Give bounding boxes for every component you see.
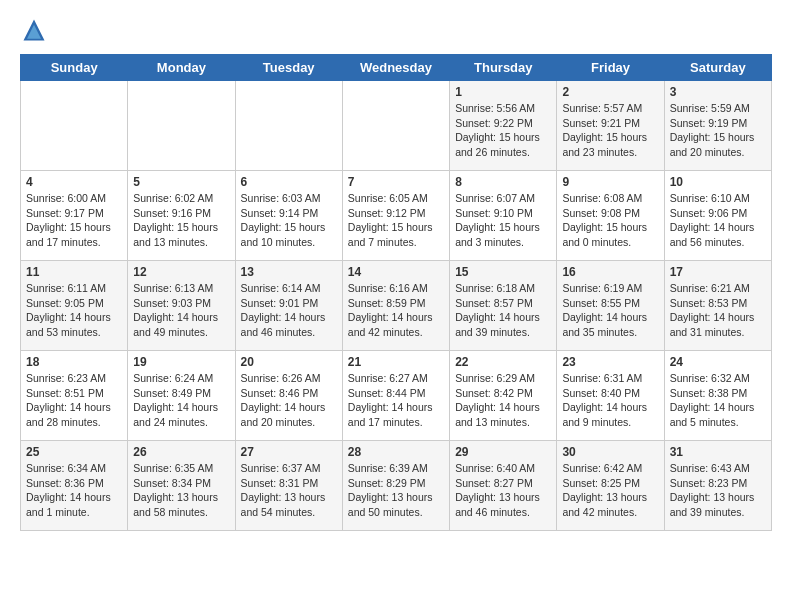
day-info: Sunset: 8:25 PM [562, 476, 658, 491]
calendar-cell: 15Sunrise: 6:18 AMSunset: 8:57 PMDayligh… [450, 261, 557, 351]
day-number: 27 [241, 445, 337, 459]
day-info: Daylight: 13 hours [562, 490, 658, 505]
day-number: 9 [562, 175, 658, 189]
day-info: Sunrise: 6:34 AM [26, 461, 122, 476]
day-info: Sunset: 8:59 PM [348, 296, 444, 311]
day-info: Daylight: 14 hours [26, 400, 122, 415]
day-number: 12 [133, 265, 229, 279]
day-info: Sunrise: 6:07 AM [455, 191, 551, 206]
calendar-table: SundayMondayTuesdayWednesdayThursdayFrid… [20, 54, 772, 531]
day-number: 20 [241, 355, 337, 369]
day-info: Daylight: 14 hours [670, 310, 766, 325]
calendar-cell: 30Sunrise: 6:42 AMSunset: 8:25 PMDayligh… [557, 441, 664, 531]
day-number: 3 [670, 85, 766, 99]
day-info: Sunset: 8:53 PM [670, 296, 766, 311]
day-info: Daylight: 14 hours [348, 310, 444, 325]
day-info: and 23 minutes. [562, 145, 658, 160]
day-info: Sunrise: 6:21 AM [670, 281, 766, 296]
day-number: 16 [562, 265, 658, 279]
day-info: Sunrise: 6:40 AM [455, 461, 551, 476]
day-number: 30 [562, 445, 658, 459]
day-info: Sunset: 9:16 PM [133, 206, 229, 221]
day-info: and 46 minutes. [241, 325, 337, 340]
day-info: Daylight: 14 hours [670, 400, 766, 415]
day-info: Sunset: 8:40 PM [562, 386, 658, 401]
day-info: Daylight: 15 hours [241, 220, 337, 235]
day-info: and 31 minutes. [670, 325, 766, 340]
day-info: and 50 minutes. [348, 505, 444, 520]
day-info: Sunset: 8:46 PM [241, 386, 337, 401]
calendar-cell: 10Sunrise: 6:10 AMSunset: 9:06 PMDayligh… [664, 171, 771, 261]
day-info: Daylight: 14 hours [26, 310, 122, 325]
day-info: Sunrise: 6:39 AM [348, 461, 444, 476]
day-info: Sunrise: 6:11 AM [26, 281, 122, 296]
day-info: Daylight: 14 hours [241, 310, 337, 325]
day-info: Sunset: 9:08 PM [562, 206, 658, 221]
logo-icon [20, 16, 48, 44]
day-info: Sunrise: 6:42 AM [562, 461, 658, 476]
day-number: 28 [348, 445, 444, 459]
day-info: Sunrise: 6:35 AM [133, 461, 229, 476]
day-info: Sunset: 8:44 PM [348, 386, 444, 401]
day-info: Daylight: 14 hours [348, 400, 444, 415]
day-info: Sunset: 8:23 PM [670, 476, 766, 491]
day-info: Sunrise: 6:27 AM [348, 371, 444, 386]
day-info: Sunrise: 6:13 AM [133, 281, 229, 296]
day-number: 14 [348, 265, 444, 279]
day-info: Sunset: 8:27 PM [455, 476, 551, 491]
day-number: 18 [26, 355, 122, 369]
day-number: 24 [670, 355, 766, 369]
calendar-cell: 25Sunrise: 6:34 AMSunset: 8:36 PMDayligh… [21, 441, 128, 531]
day-number: 10 [670, 175, 766, 189]
day-info: Sunrise: 6:43 AM [670, 461, 766, 476]
day-info: Daylight: 15 hours [562, 220, 658, 235]
calendar-cell: 18Sunrise: 6:23 AMSunset: 8:51 PMDayligh… [21, 351, 128, 441]
calendar-cell: 19Sunrise: 6:24 AMSunset: 8:49 PMDayligh… [128, 351, 235, 441]
day-info: and 10 minutes. [241, 235, 337, 250]
day-info: and 46 minutes. [455, 505, 551, 520]
day-number: 15 [455, 265, 551, 279]
day-number: 8 [455, 175, 551, 189]
day-info: Sunrise: 6:37 AM [241, 461, 337, 476]
day-header-friday: Friday [557, 55, 664, 81]
calendar-cell: 17Sunrise: 6:21 AMSunset: 8:53 PMDayligh… [664, 261, 771, 351]
day-header-wednesday: Wednesday [342, 55, 449, 81]
calendar-cell: 1Sunrise: 5:56 AMSunset: 9:22 PMDaylight… [450, 81, 557, 171]
day-info: and 39 minutes. [670, 505, 766, 520]
day-info: and 24 minutes. [133, 415, 229, 430]
day-info: and 5 minutes. [670, 415, 766, 430]
day-info: Sunset: 9:21 PM [562, 116, 658, 131]
day-number: 11 [26, 265, 122, 279]
day-info: Sunset: 8:42 PM [455, 386, 551, 401]
day-info: Sunrise: 6:32 AM [670, 371, 766, 386]
day-number: 1 [455, 85, 551, 99]
calendar-cell: 22Sunrise: 6:29 AMSunset: 8:42 PMDayligh… [450, 351, 557, 441]
day-header-sunday: Sunday [21, 55, 128, 81]
day-number: 2 [562, 85, 658, 99]
day-number: 6 [241, 175, 337, 189]
calendar-cell: 7Sunrise: 6:05 AMSunset: 9:12 PMDaylight… [342, 171, 449, 261]
day-info: and 53 minutes. [26, 325, 122, 340]
day-info: Sunrise: 6:18 AM [455, 281, 551, 296]
day-number: 31 [670, 445, 766, 459]
day-info: Daylight: 14 hours [455, 310, 551, 325]
day-info: and 54 minutes. [241, 505, 337, 520]
calendar-cell: 11Sunrise: 6:11 AMSunset: 9:05 PMDayligh… [21, 261, 128, 351]
day-info: Daylight: 15 hours [26, 220, 122, 235]
day-number: 7 [348, 175, 444, 189]
day-info: Sunset: 8:36 PM [26, 476, 122, 491]
day-info: Sunset: 9:03 PM [133, 296, 229, 311]
day-info: Sunrise: 6:00 AM [26, 191, 122, 206]
calendar-cell: 6Sunrise: 6:03 AMSunset: 9:14 PMDaylight… [235, 171, 342, 261]
day-info: Sunrise: 6:29 AM [455, 371, 551, 386]
day-info: Sunrise: 6:26 AM [241, 371, 337, 386]
calendar-cell: 16Sunrise: 6:19 AMSunset: 8:55 PMDayligh… [557, 261, 664, 351]
day-number: 13 [241, 265, 337, 279]
day-info: Sunrise: 6:19 AM [562, 281, 658, 296]
day-info: Sunrise: 6:02 AM [133, 191, 229, 206]
calendar-cell: 29Sunrise: 6:40 AMSunset: 8:27 PMDayligh… [450, 441, 557, 531]
calendar-cell: 26Sunrise: 6:35 AMSunset: 8:34 PMDayligh… [128, 441, 235, 531]
week-row-2: 4Sunrise: 6:00 AMSunset: 9:17 PMDaylight… [21, 171, 772, 261]
day-info: Sunset: 8:38 PM [670, 386, 766, 401]
calendar-cell [21, 81, 128, 171]
